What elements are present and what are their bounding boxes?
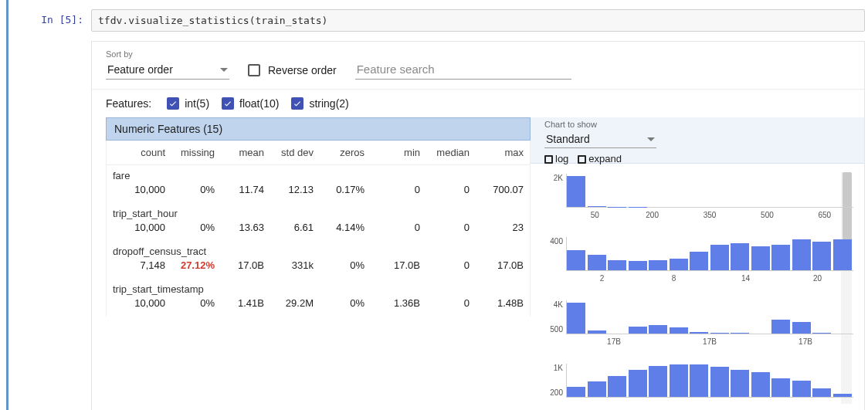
cell: 700.07 [474,181,528,203]
bar [588,255,606,270]
cell: 29.2M [269,295,318,317]
input-prompt: In [5]: [31,9,91,25]
chevron-down-icon [647,137,655,141]
mini-histogram[interactable]: 1K200 [544,362,853,410]
stats-panel: Sort by Feature order Reverse order Feat… [91,41,865,410]
cell: 12.13 [269,181,318,203]
bar [629,327,647,334]
feature-block: dropoff_census_tract7,14827.12%17.0B331k… [106,241,531,279]
reverse-order-label: Reverse order [268,64,337,76]
bar [792,239,811,270]
x-tick: 2 [566,274,638,283]
col-mean[interactable]: mean [219,141,269,164]
feature-name[interactable]: fare [107,165,530,181]
x-ticks: 17B17B17B [566,337,853,346]
feature-name[interactable]: dropoff_census_tract [107,241,530,257]
checkbox-icon [248,64,260,76]
col-min[interactable]: min [369,141,425,164]
bar [731,243,749,270]
bar [649,325,667,334]
bar [690,332,708,334]
cell: 13.63 [219,219,269,241]
chart-type-select[interactable]: Standard [544,131,656,148]
cell: 17.0B [219,257,269,279]
chart-canvas [566,364,853,398]
mini-histogram[interactable]: 400281420 [544,235,853,297]
cell: 0 [425,219,474,241]
cell: 0 [425,257,474,279]
reverse-order-toggle[interactable]: Reverse order [248,64,337,80]
bar [812,242,831,270]
x-tick: 200 [623,211,680,219]
col-median[interactable]: median [425,141,474,164]
bar [670,259,688,270]
checkbox-checked-icon [222,97,234,110]
cell: 1.48B [474,295,528,317]
cell: 1.41B [219,295,269,317]
cell: 7,148 [107,257,170,279]
x-tick: 20 [782,274,853,283]
col-count[interactable]: count [107,141,170,164]
y-tick: 400 [541,237,563,246]
chart-side: Chart to show Standard log expand 2K5020… [531,117,864,410]
feature-stats-row: 10,0000%11.7412.130.17%00700.07 [107,181,530,203]
sort-by-value: Feature order [107,63,173,76]
bar [629,261,647,270]
cell: 10,000 [107,295,170,317]
cell: 27.12% [170,257,219,279]
expand-label: expand [588,153,622,164]
cell: 0% [170,219,219,241]
feature-block: trip_start_timestamp10,0000%1.41B29.2M0%… [106,279,531,317]
checkbox-icon [544,155,553,164]
charts-list: 2K502003505006504002814204K50017B17B17B1… [544,172,853,410]
toggle-float[interactable]: float(10) [222,97,279,110]
col-zeros[interactable]: zeros [318,141,369,164]
log-label: log [555,153,568,164]
feature-name[interactable]: trip_start_hour [107,203,530,219]
cell: 10,000 [107,181,170,203]
chart-select-value: Standard [546,133,590,145]
bar [751,372,770,397]
bar [771,245,790,270]
table-header-row: count missing mean std dev zeros min med… [106,141,531,165]
bar [649,366,667,397]
bar [670,364,688,397]
chart-controls: Chart to show Standard log expand [544,117,853,168]
bar [792,322,811,334]
bar [710,367,729,397]
cell: 17.0B [474,257,528,279]
expand-toggle[interactable]: expand [578,153,622,164]
x-tick: 50 [566,211,623,219]
feature-name[interactable]: trip_start_timestamp [107,279,530,295]
feature-block: trip_start_hour10,0000%13.636.614.14%002… [106,203,531,241]
cell: 0 [425,181,474,203]
body-row: Numeric Features (15) count missing mean… [92,117,864,410]
sort-by-select[interactable]: Feature order [106,61,229,80]
cell: 0.17% [318,181,369,203]
sort-by-label: Sort by [106,49,229,59]
code-input-box[interactable]: tfdv.visualize_statistics(train_stats) [91,9,865,32]
bar [649,260,667,270]
cell: 0 [369,181,425,203]
y-tick: 500 [541,325,563,334]
cell: 1.36B [369,295,425,317]
col-stddev[interactable]: std dev [269,141,318,164]
y-tick: 2K [541,174,563,182]
col-missing[interactable]: missing [170,141,219,164]
toggle-int[interactable]: int(5) [167,97,209,110]
cell: 23 [474,219,528,241]
feature-search-input[interactable] [355,59,571,80]
string-label: string(2) [309,97,348,110]
mini-histogram[interactable]: 4K50017B17B17B [544,299,853,361]
section-header[interactable]: Numeric Features (15) [106,117,531,141]
feature-block: fare10,0000%11.7412.130.17%00700.07 [106,165,531,203]
col-max[interactable]: max [474,141,528,164]
cell: 11.74 [219,181,269,203]
log-toggle[interactable]: log [544,153,568,164]
bar [690,252,708,270]
toggle-string[interactable]: string(2) [291,97,348,110]
mini-histogram[interactable]: 2K50200350500650 [544,172,853,234]
bar [608,260,626,270]
x-ticks: 50200350500650 [566,211,853,219]
output-area: Sort by Feature order Reverse order Feat… [91,41,865,410]
